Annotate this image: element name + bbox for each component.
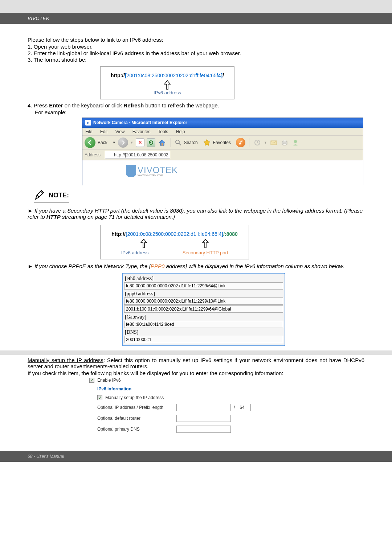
- favorites-label[interactable]: Favorites: [213, 140, 231, 145]
- favorites-star-icon[interactable]: [203, 139, 211, 147]
- page-header: VIVOTEK: [0, 13, 392, 24]
- forward-dropdown-icon[interactable]: ▼: [130, 141, 134, 144]
- ie-title-text: Network Camera - Microsoft Internet Expl…: [93, 120, 187, 125]
- optional-ip-label: Optional IP address / Prefix length: [97, 405, 173, 410]
- svg-rect-8: [283, 140, 286, 142]
- section-divider: [0, 350, 392, 355]
- arrow-up-icon: [164, 80, 171, 90]
- page-footer: 68 - User's Manual: [0, 451, 392, 462]
- arrow-up-icon-2: [140, 238, 147, 249]
- ppp0-label: [ppp0 address]: [124, 290, 283, 297]
- format2-port: /:8080: [223, 231, 238, 237]
- eth0-value: fe80:0000:0000:0000:0202:d1ff:fe11:2299/…: [124, 282, 283, 290]
- gateway-label: [Gateway]: [124, 313, 283, 320]
- note-label: NOTE:: [49, 192, 69, 199]
- menu-edit[interactable]: Edit: [100, 129, 108, 134]
- format2-addr: 2001:0c08:2500:0002:0202:d1ff:fe04:65f4: [127, 231, 222, 237]
- intro-text: Please follow the steps below to link to…: [28, 37, 364, 43]
- history-dropdown-icon[interactable]: ▼: [264, 141, 267, 144]
- svg-line-2: [179, 143, 181, 145]
- svg-rect-0: [162, 143, 163, 145]
- stop-icon[interactable]: ✕: [136, 138, 144, 147]
- menu-help[interactable]: Help: [176, 129, 185, 134]
- ipv6-information-link[interactable]: IPv6 information: [97, 386, 260, 391]
- svg-point-10: [294, 140, 297, 143]
- step-3: 3. The format should be:: [28, 57, 364, 63]
- format2-port-label: Secondary HTTP port: [183, 250, 228, 255]
- forward-button-icon[interactable]: [118, 138, 128, 148]
- vivotek-logo: VIVOTEK WWW.VIVOTEK.COM: [126, 165, 178, 177]
- steps-list: 1. Open your web browser. 2. Enter the l…: [28, 44, 364, 63]
- format2-prefix: http://: [111, 231, 126, 237]
- arrow-up-icon-3: [202, 238, 209, 249]
- ie-page-content: VIVOTEK WWW.VIVOTEK.COM: [82, 160, 363, 185]
- prefix-length-input[interactable]: 64: [238, 404, 251, 411]
- messenger-icon[interactable]: [291, 138, 300, 147]
- vivotek-logo-text: VIVOTEK: [138, 165, 178, 175]
- address-label: Address: [85, 152, 101, 157]
- svg-rect-9: [283, 143, 286, 145]
- ie-titlebar: e Network Camera - Microsoft Internet Ex…: [82, 118, 363, 128]
- ie-window: e Network Camera - Microsoft Internet Ex…: [82, 118, 363, 185]
- step-4: 4. Press Enter on the keyboard or click …: [28, 102, 364, 108]
- media-icon[interactable]: [236, 138, 245, 147]
- ppp0-value-global: 2001:b100:01c0:0002:0202:d1ff:fe11:2299/…: [124, 305, 283, 313]
- mail-icon[interactable]: [269, 138, 278, 147]
- ie-toolbar: Back ▼ ▼ ✕ Search Favorites: [82, 135, 363, 149]
- eth0-label: [eth0 address]: [124, 275, 283, 282]
- search-icon[interactable]: [175, 139, 182, 146]
- enable-ipv6-label: Enable IPv6: [97, 378, 121, 383]
- dns-label: [DNS]: [124, 329, 283, 335]
- menu-view[interactable]: View: [115, 129, 125, 134]
- menu-file[interactable]: File: [85, 129, 92, 134]
- for-example-label: For example:: [28, 109, 364, 115]
- optional-router-label: Optional default router: [97, 416, 173, 421]
- ppp0-value-link: fe80:0000:0000:0000:0202:d1ff:fe11:2299/…: [124, 297, 283, 305]
- enable-ipv6-checkbox[interactable]: ✓: [89, 378, 94, 383]
- note-paragraph-1: ► If you have a Secondary HTTP port (the…: [28, 208, 364, 220]
- optional-ip-input[interactable]: [176, 404, 231, 411]
- format1-addr: 2001:0c08:2500:0002:0202:d1ff:fe04:65f4: [127, 73, 221, 78]
- ipv6-port-format-box: http://[2001:0c08:2500:0002:0202:d1ff:fe…: [100, 225, 249, 259]
- search-label[interactable]: Search: [184, 140, 198, 145]
- home-icon[interactable]: [158, 138, 167, 147]
- format1-suffix: /: [222, 73, 224, 78]
- history-icon[interactable]: [253, 138, 262, 147]
- format1-prefix: http://: [111, 73, 125, 78]
- ie-address-bar: Address e: [82, 149, 363, 160]
- back-dropdown-icon[interactable]: ▼: [113, 141, 116, 144]
- svg-line-11: [37, 195, 39, 197]
- optional-router-input[interactable]: [176, 415, 231, 422]
- manual-setup-label: Manually setup the IP address: [105, 395, 164, 400]
- print-icon[interactable]: [280, 138, 289, 147]
- format2-ipv6-label: IPv6 address: [121, 250, 149, 255]
- refresh-icon[interactable]: [147, 138, 155, 147]
- svg-point-1: [176, 140, 179, 144]
- dns-value: 2001:b000::1: [124, 336, 283, 343]
- manual-setup-paragraph-2: If you check this item, the following bl…: [28, 370, 364, 376]
- footer-page-number: 68 - User's Manual: [28, 454, 64, 459]
- back-button-label[interactable]: Back: [98, 140, 107, 145]
- brand-text: VIVOTEK: [28, 16, 49, 21]
- manual-setup-checkbox[interactable]: ✓: [97, 395, 102, 400]
- menu-tools[interactable]: Tools: [158, 129, 168, 134]
- ipv6-form: ✓ Enable IPv6 IPv6 information ✓ Manuall…: [89, 378, 260, 433]
- gateway-value: fe80::90:1a00:4142:8ced: [124, 321, 283, 328]
- vivotek-logo-icon: [126, 165, 136, 177]
- format1-label: IPv6 address: [104, 90, 230, 95]
- manual-setup-paragraph: Manually setup the IP address: Select th…: [28, 357, 364, 369]
- address-input[interactable]: [105, 151, 170, 159]
- note-heading: NOTE:: [34, 190, 364, 202]
- pppoe-note: ► If you choose PPPoE as the Network Typ…: [28, 263, 364, 269]
- back-button-icon[interactable]: [85, 137, 95, 148]
- ie-app-icon: e: [85, 120, 91, 126]
- ie-menubar[interactable]: File Edit View Favorites Tools Help: [82, 128, 363, 135]
- step-2: 2. Enter the link-global or link-local I…: [28, 50, 364, 56]
- optional-dns-input[interactable]: [176, 426, 231, 433]
- note-pencil-icon: [34, 190, 45, 201]
- toolbar-separator: [171, 138, 171, 147]
- menu-favorites[interactable]: Favorites: [132, 129, 150, 134]
- toolbar-separator-2: [249, 138, 249, 147]
- step-1: 1. Open your web browser.: [28, 44, 364, 50]
- ipv6-info-box: [eth0 address] fe80:0000:0000:0000:0202:…: [122, 273, 285, 346]
